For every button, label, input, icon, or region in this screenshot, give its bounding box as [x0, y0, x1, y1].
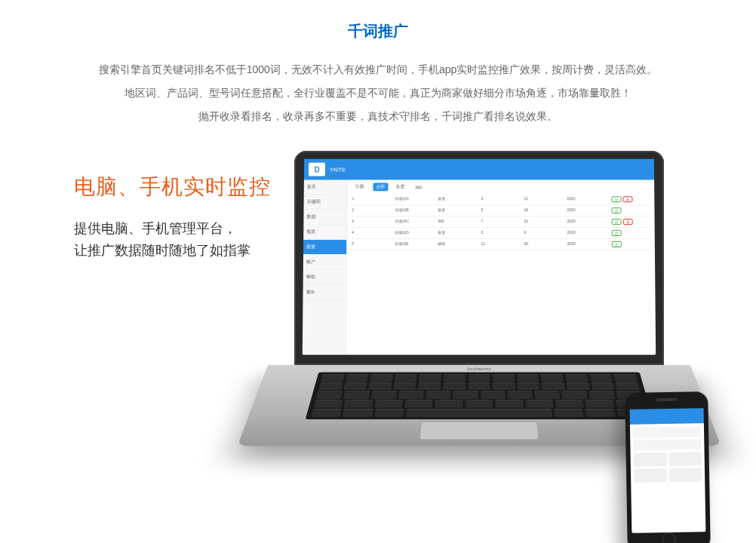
phone-cell [634, 452, 667, 467]
sidebar-item: 退出 [303, 285, 346, 300]
laptop-mockup: D YNTE 首页 关键词 数据 报表 设置 账户 帮助 退出 引擎: [294, 151, 664, 516]
app-sidebar: 首页 关键词 数据 报表 设置 账户 帮助 退出 [303, 179, 348, 354]
table-row: 5关键词E搜狗11302020达 [352, 239, 650, 250]
phone-app-header [630, 408, 704, 425]
desc-line-3: 抛开收录看排名，收录再多不重要，真技术守排名，千词推广看排名说效果。 [0, 105, 756, 128]
table-row: 3关键词C3607222020达未 [352, 216, 650, 228]
page-title: 千词推广 [0, 21, 756, 41]
sidebar-item: 帮助 [303, 270, 346, 285]
filter-row: 引擎: 全部 百度 360 [352, 183, 650, 191]
app-logo: D [309, 163, 325, 176]
data-table: 1关键词A百度3122020达未 2关键词B百度5182020达 3关键词C36… [352, 194, 650, 250]
laptop-trackpad [419, 422, 539, 439]
laptop-screen-frame: D YNTE 首页 关键词 数据 报表 设置 账户 帮助 退出 引擎: [294, 151, 664, 365]
sidebar-item-active: 设置 [303, 240, 346, 255]
app-body: 首页 关键词 数据 报表 设置 账户 帮助 退出 引擎: 全部 百度 360 [303, 179, 656, 354]
app-main: 引擎: 全部 百度 360 1关键词A百度3122020达未 2关键词B百度51… [346, 179, 656, 354]
filter-label: 引擎: [352, 183, 369, 191]
laptop-brand-label: loolaoM [467, 367, 491, 371]
table-row: 4关键词D百度292020达 [352, 228, 650, 239]
sidebar-item: 首页 [304, 179, 347, 195]
phone-cell [668, 452, 702, 466]
phone-card [633, 439, 701, 451]
phone-cell [668, 468, 702, 482]
sidebar-item: 数据 [303, 210, 346, 225]
table-row: 1关键词A百度3122020达未 [352, 194, 650, 205]
phone-app-body [630, 423, 705, 533]
app-header: D YNTE [304, 159, 654, 180]
phone-screen [630, 408, 706, 533]
sidebar-item: 关键词 [304, 195, 347, 210]
phone-cell [634, 468, 667, 483]
phone-card [633, 426, 701, 438]
app-header-text: YNTE [330, 166, 346, 173]
laptop-keys [306, 373, 653, 420]
phone-grid [634, 452, 702, 483]
sidebar-item: 报表 [303, 225, 346, 240]
filter-option: 百度 [392, 183, 407, 191]
laptop-screen: D YNTE 首页 关键词 数据 报表 设置 账户 帮助 退出 引擎: [303, 159, 656, 355]
desc-line-2: 地区词、产品词、型号词任意搭配，全行业覆盖不是不可能，真正为商家做好细分市场角逐… [0, 81, 756, 105]
filter-option: 360 [412, 184, 426, 190]
desc-line-1: 搜索引擎首页关键词排名不低于1000词，无效不计入有效推广时间，手机app实时监… [0, 58, 756, 81]
filter-selected: 全部 [373, 183, 388, 191]
sidebar-item: 账户 [303, 255, 346, 270]
table-row: 2关键词B百度5182020达 [352, 205, 650, 216]
phone-mockup [625, 391, 711, 543]
